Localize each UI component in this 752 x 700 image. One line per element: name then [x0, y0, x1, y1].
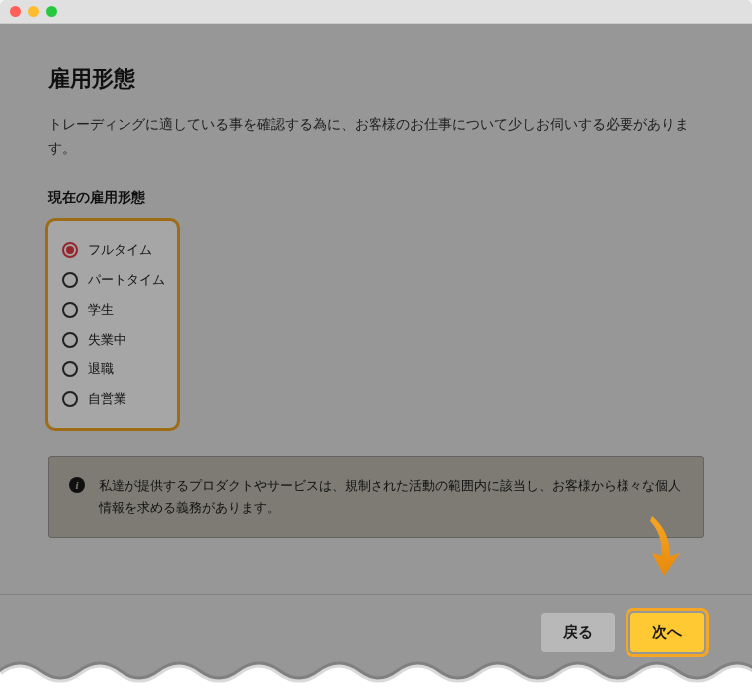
maximize-window-icon[interactable]	[46, 6, 57, 17]
next-button[interactable]: 次へ	[630, 613, 704, 652]
close-window-icon[interactable]	[10, 6, 21, 17]
minimize-window-icon[interactable]	[28, 6, 39, 17]
footer-actions: 戻る 次へ	[0, 594, 752, 652]
back-button[interactable]: 戻る	[541, 613, 615, 652]
torn-edge-decoration	[0, 652, 752, 700]
window-titlebar	[0, 0, 752, 24]
tutorial-arrow-icon	[632, 511, 682, 581]
next-button-label: 次へ	[652, 623, 682, 640]
app-window: 雇用形態 トレーディングに適している事を確認する為に、お客様のお仕事について少し…	[0, 0, 752, 700]
